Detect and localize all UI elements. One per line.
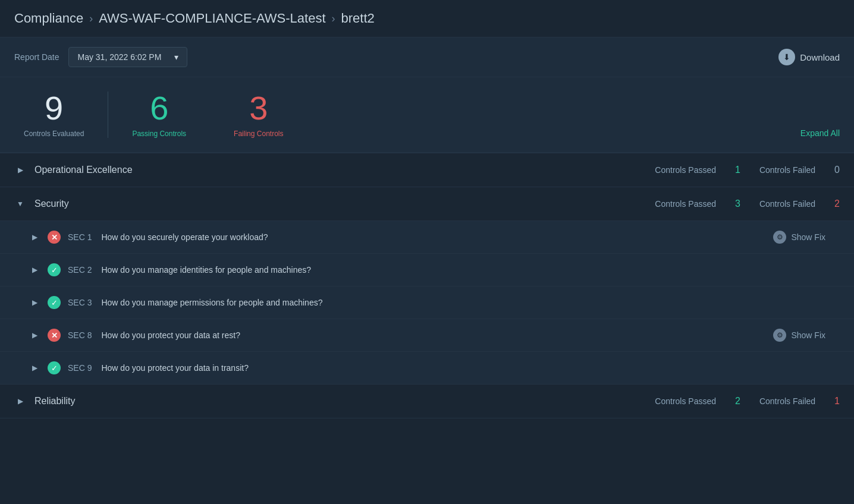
status-pass-icon-sec9: ✓ xyxy=(48,361,61,374)
sub-item-sec1[interactable]: ▶ ✕ SEC 1 How do you securely operate yo… xyxy=(0,221,854,254)
category-name-security: Security xyxy=(34,199,69,209)
sub-item-id-sec9: SEC 9 xyxy=(68,363,92,373)
passing-controls-block: 6 Passing Controls xyxy=(108,92,210,138)
sub-item-left-sec8: ▶ ✕ SEC 8 How do you protect your data a… xyxy=(29,329,240,342)
sub-item-id-sec1: SEC 1 xyxy=(68,232,92,242)
controls-failed-count-security: 2 xyxy=(834,199,840,209)
sub-item-id-sec8: SEC 8 xyxy=(68,330,92,340)
category-row-operational-excellence[interactable]: ▶ Operational Excellence Controls Passed… xyxy=(0,153,854,187)
passing-controls-number: 6 xyxy=(150,92,168,125)
controls-passed-label-operational: Controls Passed xyxy=(655,165,716,175)
passing-controls-label: Passing Controls xyxy=(132,130,186,138)
category-right-operational: Controls Passed 1 Controls Failed 0 xyxy=(655,165,840,175)
summary-bar: 9 Controls Evaluated 6 Passing Controls … xyxy=(0,77,854,153)
sub-item-sec9[interactable]: ▶ ✓ SEC 9 How do you protect your data i… xyxy=(0,352,854,385)
controls-passed-label-reliability: Controls Passed xyxy=(655,396,716,406)
show-fix-icon-sec8: ⚙ xyxy=(773,329,786,342)
chevron-right-icon-sec2: ▶ xyxy=(29,264,40,276)
sub-item-left-sec9: ▶ ✓ SEC 9 How do you protect your data i… xyxy=(29,361,249,374)
category-security: ▼ Security Controls Passed 3 Controls Fa… xyxy=(0,187,854,385)
show-fix-button-sec1[interactable]: ⚙ Show Fix xyxy=(773,231,825,244)
breadcrumb-current: brett2 xyxy=(341,11,375,26)
sub-item-left-sec3: ▶ ✓ SEC 3 How do you manage permissions … xyxy=(29,296,322,309)
controls-passed-count-reliability: 2 xyxy=(735,396,740,407)
controls-failed-count-operational: 0 xyxy=(834,165,840,175)
breadcrumb-compliance[interactable]: Compliance xyxy=(14,11,83,26)
controls-passed-count-security: 3 xyxy=(735,199,740,209)
category-name-reliability: Reliability xyxy=(34,396,75,407)
total-controls-label: Controls Evaluated xyxy=(24,130,84,138)
sub-item-sec2[interactable]: ▶ ✓ SEC 2 How do you manage identities f… xyxy=(0,254,854,286)
sub-item-left-sec2: ▶ ✓ SEC 2 How do you manage identities f… xyxy=(29,263,311,276)
sub-item-left-sec1: ▶ ✕ SEC 1 How do you securely operate yo… xyxy=(29,231,268,244)
sub-item-id-sec3: SEC 3 xyxy=(68,298,92,307)
sub-item-id-sec2: SEC 2 xyxy=(68,265,92,275)
sub-item-sec3[interactable]: ▶ ✓ SEC 3 How do you manage permissions … xyxy=(0,286,854,319)
sub-item-sec8[interactable]: ▶ ✕ SEC 8 How do you protect your data a… xyxy=(0,319,854,352)
controls-failed-label-security: Controls Failed xyxy=(759,199,815,209)
show-fix-label-sec1: Show Fix xyxy=(791,232,825,242)
controls-failed-count-reliability: 1 xyxy=(834,396,840,407)
sub-item-text-sec8: How do you protect your data at rest? xyxy=(101,330,240,340)
category-right-reliability: Controls Passed 2 Controls Failed 1 xyxy=(655,396,840,407)
status-pass-icon-sec2: ✓ xyxy=(48,263,61,276)
controls-failed-label-reliability: Controls Failed xyxy=(759,396,815,406)
show-fix-icon-sec1: ⚙ xyxy=(773,231,786,244)
report-header: Report Date May 31, 2022 6:02 PM ▾ ⬇ Dow… xyxy=(0,37,854,77)
controls-passed-count-operational: 1 xyxy=(735,165,740,175)
category-row-reliability[interactable]: ▶ Reliability Controls Passed 2 Controls… xyxy=(0,385,854,418)
category-name-operational: Operational Excellence xyxy=(34,165,133,175)
total-controls-number: 9 xyxy=(45,92,63,125)
breadcrumb-sep-1: › xyxy=(89,12,93,25)
date-dropdown[interactable]: May 31, 2022 6:02 PM ▾ xyxy=(68,47,187,67)
chevron-right-icon-sec1: ▶ xyxy=(29,231,40,243)
failing-controls-block: 3 Failing Controls xyxy=(210,92,307,138)
security-sub-items: ▶ ✕ SEC 1 How do you securely operate yo… xyxy=(0,221,854,385)
report-date-label: Report Date xyxy=(14,52,59,62)
chevron-right-icon: ▶ xyxy=(14,164,26,176)
breadcrumb-sep-2: › xyxy=(332,12,335,25)
failing-controls-number: 3 xyxy=(249,92,268,125)
download-icon: ⬇ xyxy=(778,49,795,65)
sub-item-text-sec1: How do you securely operate your workloa… xyxy=(101,232,268,242)
chevron-right-icon-sec9: ▶ xyxy=(29,362,40,374)
category-left-operational: ▶ Operational Excellence xyxy=(14,164,133,176)
breadcrumb: Compliance › AWS-WAF-COMPLIANCE-AWS-Late… xyxy=(0,0,854,37)
controls-failed-label-operational: Controls Failed xyxy=(759,165,815,175)
sub-item-text-sec2: How do you manage identities for people … xyxy=(101,265,311,275)
report-date-section: Report Date May 31, 2022 6:02 PM ▾ xyxy=(14,47,187,67)
breadcrumb-waf[interactable]: AWS-WAF-COMPLIANCE-AWS-Latest xyxy=(99,11,325,26)
show-fix-label-sec8: Show Fix xyxy=(791,330,825,340)
total-controls-block: 9 Controls Evaluated xyxy=(14,92,108,138)
status-fail-icon-sec1: ✕ xyxy=(48,231,61,244)
sub-item-text-sec9: How do you protect your data in transit? xyxy=(101,363,248,373)
chevron-down-icon: ▾ xyxy=(174,52,178,62)
download-label: Download xyxy=(800,52,840,62)
show-fix-button-sec8[interactable]: ⚙ Show Fix xyxy=(773,329,825,342)
content-area: ▶ Operational Excellence Controls Passed… xyxy=(0,153,854,418)
expand-all-button[interactable]: Expand All xyxy=(800,128,840,138)
status-fail-icon-sec8: ✕ xyxy=(48,329,61,342)
chevron-right-icon-sec8: ▶ xyxy=(29,329,40,341)
date-value: May 31, 2022 6:02 PM xyxy=(77,52,161,62)
category-row-security[interactable]: ▼ Security Controls Passed 3 Controls Fa… xyxy=(0,187,854,221)
download-button[interactable]: ⬇ Download xyxy=(778,49,840,65)
controls-passed-label-security: Controls Passed xyxy=(655,199,716,209)
chevron-right-icon-sec3: ▶ xyxy=(29,297,40,308)
chevron-down-icon-security: ▼ xyxy=(14,198,26,210)
category-left-reliability: ▶ Reliability xyxy=(14,395,75,407)
chevron-right-icon-reliability: ▶ xyxy=(14,395,26,407)
category-right-security: Controls Passed 3 Controls Failed 2 xyxy=(655,199,840,209)
sub-item-text-sec3: How do you manage permissions for people… xyxy=(101,298,322,307)
failing-controls-label: Failing Controls xyxy=(234,130,283,138)
category-left-security: ▼ Security xyxy=(14,198,69,210)
status-pass-icon-sec3: ✓ xyxy=(48,296,61,309)
